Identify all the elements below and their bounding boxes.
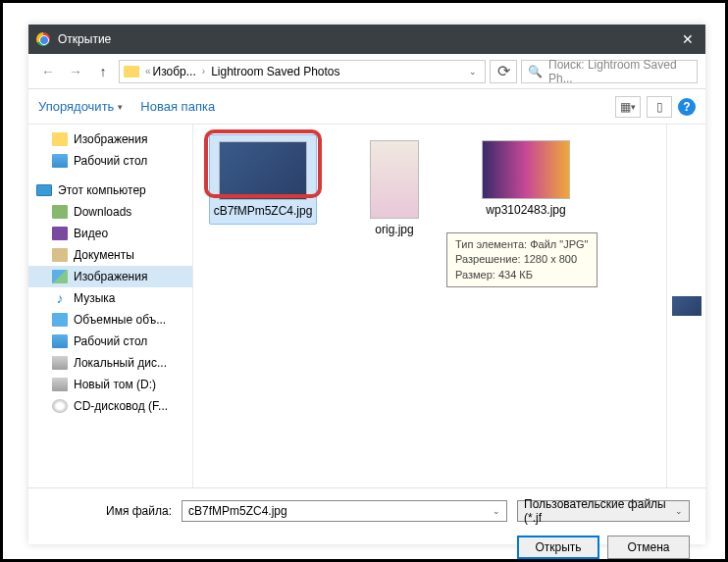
window-title: Открытие [58, 32, 111, 46]
help-icon[interactable]: ? [678, 98, 696, 116]
preview-thumbnail [672, 296, 702, 316]
preview-pane-button[interactable]: ▯ [647, 96, 672, 118]
file-list[interactable]: cB7fMPm5ZC4.jpg orig.jpg wp3102483.jpg Т… [193, 125, 705, 487]
file-name: cB7fMPm5ZC4.jpg [214, 204, 313, 218]
file-thumbnail [482, 140, 570, 199]
search-placeholder: Поиск: Lightroom Saved Ph... [548, 58, 691, 85]
search-icon: 🔍 [528, 65, 543, 78]
search-input[interactable]: 🔍 Поиск: Lightroom Saved Ph... [521, 60, 698, 83]
up-button[interactable]: ↑ [91, 60, 115, 83]
sidebar-item-images-quick[interactable]: Изображения [28, 128, 192, 150]
chrome-icon [36, 32, 50, 46]
sidebar-item-desktop[interactable]: Рабочий стол [28, 331, 192, 352]
sidebar-item-desktop-quick[interactable]: Рабочий стол [28, 150, 192, 172]
sidebar-item-3d[interactable]: Объемные объ... [28, 309, 192, 331]
sidebar-item-local-disk[interactable]: Локальный дис... [28, 352, 192, 374]
refresh-button[interactable]: ⟳ [490, 60, 517, 83]
cancel-button[interactable]: Отмена [607, 536, 690, 559]
sidebar-item-video[interactable]: Видео [28, 223, 192, 244]
breadcrumb-dropdown[interactable]: ⌄ [465, 67, 481, 77]
nav-row: ← → ↑ « Изобр... › Lightroom Saved Photo… [28, 54, 705, 89]
filename-input[interactable]: cB7fMPm5ZC4.jpg ⌄ [182, 500, 507, 522]
file-thumbnail [219, 141, 307, 200]
filename-label: Имя файла: [44, 504, 172, 518]
chevron-down-icon[interactable]: ⌄ [493, 506, 500, 516]
file-name: wp3102483.jpg [486, 203, 565, 217]
file-type-filter[interactable]: Пользовательские файлы (*.jf ⌄ [517, 500, 690, 522]
sidebar-item-new-volume[interactable]: Новый том (D:) [28, 374, 192, 395]
toolbar: Упорядочить ▾ Новая папка ▦ ▾ ▯ ? [28, 89, 705, 125]
sidebar-item-documents[interactable]: Документы [28, 244, 192, 266]
sidebar-item-this-pc[interactable]: Этот компьютер [28, 179, 192, 201]
open-button[interactable]: Открыть [517, 536, 599, 559]
bottom-panel: Имя файла: cB7fMPm5ZC4.jpg ⌄ Пользовател… [28, 487, 705, 562]
file-name: orig.jpg [375, 223, 413, 236]
file-item-selected[interactable]: cB7fMPm5ZC4.jpg [209, 134, 317, 225]
titlebar: Открытие ✕ [28, 25, 705, 54]
file-tooltip: Тип элемента: Файл "JPG" Разрешение: 128… [446, 232, 598, 287]
view-mode-button[interactable]: ▦ ▾ [615, 96, 641, 118]
breadcrumb-seg1[interactable]: Изобр... [153, 65, 196, 78]
chevron-right-icon: › [202, 66, 205, 77]
open-file-dialog: Открытие ✕ ← → ↑ « Изобр... › Lightroom … [28, 25, 705, 544]
file-item[interactable]: wp3102483.jpg [472, 134, 580, 223]
sidebar-item-images[interactable]: Изображения [28, 266, 192, 287]
preview-pane [666, 125, 705, 487]
organize-button[interactable]: Упорядочить ▾ [38, 99, 123, 114]
folder-icon [124, 66, 139, 77]
breadcrumb[interactable]: « Изобр... › Lightroom Saved Photos ⌄ [119, 60, 486, 83]
sidebar-item-cd-drive[interactable]: CD-дисковод (F... [28, 395, 192, 417]
file-item[interactable]: orig.jpg [340, 134, 448, 242]
sidebar: Изображения Рабочий стол Этот компьютер … [28, 125, 193, 487]
new-folder-button[interactable]: Новая папка [140, 99, 215, 114]
sidebar-item-downloads[interactable]: Downloads [28, 201, 192, 223]
forward-button: → [64, 60, 87, 83]
chevron-down-icon: ⌄ [675, 506, 683, 516]
close-icon[interactable]: ✕ [678, 31, 698, 47]
back-button[interactable]: ← [36, 60, 60, 83]
chevron-down-icon: ▾ [118, 102, 123, 112]
sidebar-item-music[interactable]: ♪Музыка [28, 287, 192, 309]
file-thumbnail [370, 140, 419, 219]
breadcrumb-seg2[interactable]: Lightroom Saved Photos [211, 65, 339, 78]
